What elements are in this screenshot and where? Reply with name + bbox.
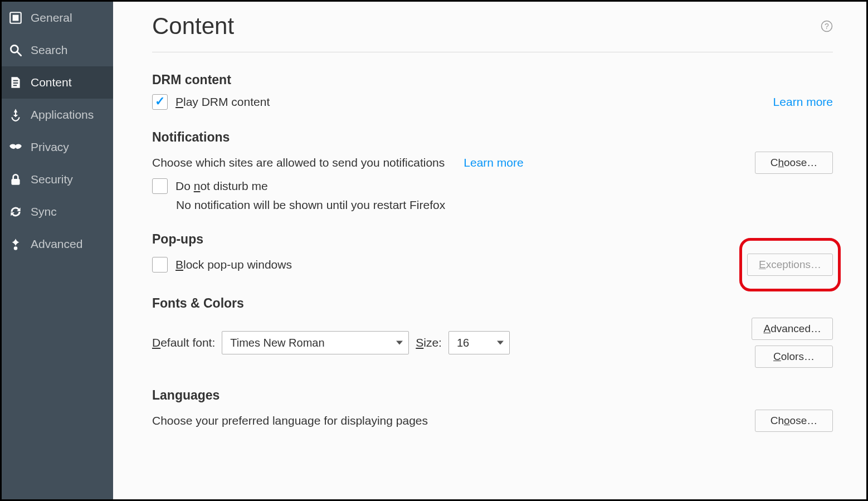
section-heading: Fonts & Colors: [152, 296, 833, 311]
sidebar-item-label: General: [31, 11, 72, 25]
font-size-value: 16: [457, 337, 469, 349]
page-header: Content ?: [152, 13, 833, 52]
sidebar-item-applications[interactable]: Applications: [2, 99, 113, 131]
dnd-label[interactable]: Do not disturb me: [175, 179, 268, 193]
sidebar-item-sync[interactable]: Sync: [2, 196, 113, 228]
svg-rect-5: [13, 82, 18, 84]
svg-rect-1: [13, 15, 19, 21]
svg-rect-7: [11, 179, 19, 185]
default-font-label: Default font:: [152, 336, 215, 349]
section-heading: DRM content: [152, 72, 833, 87]
play-drm-checkbox[interactable]: [152, 94, 168, 110]
notifications-description: Choose which sites are allowed to send y…: [152, 156, 445, 169]
svg-line-3: [17, 52, 21, 56]
page-title: Content: [152, 13, 234, 40]
svg-rect-6: [13, 85, 17, 86]
content-icon: [7, 74, 24, 91]
section-popups: Pop-ups Block pop-up windows Exceptions…: [152, 232, 833, 276]
sidebar-item-label: Security: [31, 173, 73, 186]
svg-text:?: ?: [825, 22, 829, 31]
font-size-select[interactable]: 16: [448, 331, 510, 354]
section-drm: DRM content Play DRM content Learn more: [152, 72, 833, 110]
search-icon: [7, 42, 24, 59]
block-popups-checkbox[interactable]: [152, 257, 168, 273]
sidebar-item-label: Privacy: [31, 140, 69, 154]
chevron-down-icon: [396, 341, 403, 345]
section-heading: Notifications: [152, 130, 833, 145]
sidebar-item-advanced[interactable]: Advanced: [2, 228, 113, 260]
help-icon[interactable]: ?: [821, 20, 833, 32]
advanced-icon: [7, 236, 24, 252]
play-drm-label[interactable]: Play DRM content: [175, 95, 270, 109]
sidebar-item-content[interactable]: Content: [2, 66, 113, 99]
section-notifications: Notifications Choose which sites are all…: [152, 130, 833, 212]
section-languages: Languages Choose your preferred language…: [152, 388, 833, 432]
chevron-down-icon: [497, 341, 504, 345]
main-panel: Content ? DRM content Play DRM content L…: [113, 2, 866, 499]
notifications-learn-more-link[interactable]: Learn more: [464, 156, 523, 169]
exceptions-button: Exceptions…: [747, 254, 833, 276]
notifications-choose-button[interactable]: Choose…: [755, 152, 833, 174]
size-label: Size:: [416, 336, 442, 349]
colors-button[interactable]: Colors…: [755, 346, 833, 368]
languages-choose-button[interactable]: Choose…: [755, 410, 833, 432]
sidebar-item-label: Advanced: [31, 237, 82, 251]
sidebar-item-label: Applications: [31, 108, 94, 121]
sidebar-item-general[interactable]: General: [2, 2, 113, 34]
sidebar-item-label: Sync: [31, 205, 57, 218]
fonts-advanced-button[interactable]: Advanced…: [752, 318, 833, 340]
sidebar: General Search Content Applications Priv…: [2, 2, 113, 499]
sidebar-item-search[interactable]: Search: [2, 34, 113, 66]
sidebar-item-label: Search: [31, 43, 68, 57]
privacy-icon: [7, 139, 24, 155]
sidebar-item-label: Content: [31, 76, 72, 89]
preferences-window: General Search Content Applications Priv…: [0, 0, 868, 501]
applications-icon: [7, 106, 24, 123]
security-icon: [7, 171, 24, 188]
sidebar-item-privacy[interactable]: Privacy: [2, 131, 113, 163]
section-heading: Languages: [152, 388, 833, 403]
default-font-value: Times New Roman: [230, 337, 324, 349]
sync-icon: [7, 203, 24, 220]
svg-rect-4: [13, 80, 18, 81]
section-fonts-colors: Fonts & Colors Default font: Times New R…: [152, 296, 833, 368]
section-heading: Pop-ups: [152, 232, 833, 247]
drm-learn-more-link[interactable]: Learn more: [773, 95, 833, 109]
languages-description: Choose your preferred language for displ…: [152, 414, 428, 427]
svg-point-8: [14, 246, 18, 250]
block-popups-label[interactable]: Block pop-up windows: [175, 258, 292, 271]
dnd-note: No notification will be shown until you …: [176, 198, 833, 212]
default-font-select[interactable]: Times New Roman: [222, 331, 409, 354]
general-icon: [7, 9, 24, 26]
sidebar-item-security[interactable]: Security: [2, 163, 113, 196]
dnd-checkbox[interactable]: [152, 178, 168, 194]
